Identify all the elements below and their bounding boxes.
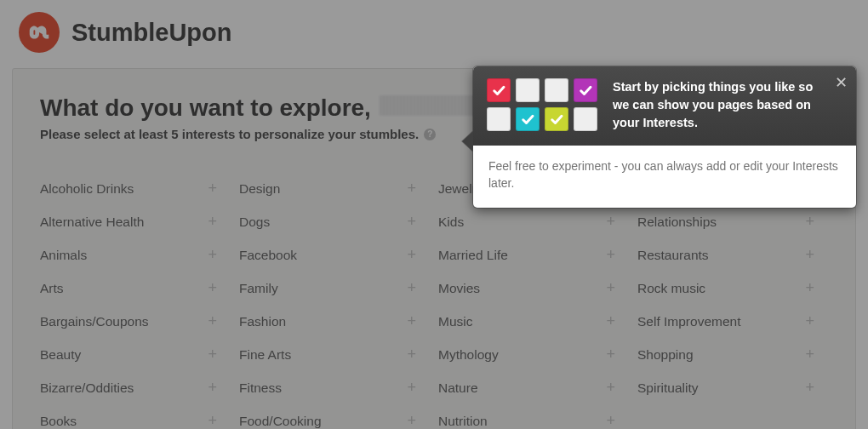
interest-label: Nutrition (438, 414, 488, 429)
plus-icon: + (805, 213, 814, 231)
popover-arrow-icon (462, 131, 473, 152)
plus-icon: + (208, 246, 217, 264)
interest-label: Books (40, 414, 77, 429)
interest-item[interactable]: Music+ (438, 305, 629, 338)
plus-icon: + (407, 246, 416, 264)
interest-item[interactable]: Books+ (40, 404, 231, 429)
plus-icon: + (805, 246, 814, 264)
popover-subtext: Feel free to experiment - you can always… (473, 146, 856, 208)
interest-item[interactable]: Beauty+ (40, 338, 231, 371)
interest-item[interactable]: Food/Cooking+ (239, 404, 430, 429)
interest-label: Shopping (637, 347, 694, 363)
interest-label: Dogs (239, 214, 270, 230)
interest-label: Restaurants (637, 248, 709, 263)
plus-icon: + (407, 312, 416, 330)
page: StumbleUpon What do you want to explore,… (0, 0, 868, 429)
sample-checkbox-icon (516, 107, 540, 131)
interest-item[interactable]: Kids+ (438, 205, 629, 238)
interest-item[interactable]: Spirituality+ (637, 371, 828, 404)
sample-checkbox-icon (545, 78, 568, 102)
interest-label: Fitness (239, 380, 282, 396)
interest-label: Arts (40, 281, 64, 296)
plus-icon: + (606, 279, 615, 297)
plus-icon: + (606, 412, 615, 429)
plus-icon: + (208, 180, 217, 197)
interest-item[interactable]: Fashion+ (239, 305, 430, 338)
interest-label: Mythology (438, 347, 499, 363)
interest-label: Kids (438, 214, 464, 230)
header: StumbleUpon (0, 0, 868, 68)
plus-icon: + (805, 279, 814, 297)
popover-headline: Start by picking things you like so we c… (613, 78, 822, 132)
plus-icon: + (407, 412, 416, 429)
plus-icon: + (208, 312, 217, 330)
interest-item[interactable]: Bargains/Coupons+ (40, 305, 231, 338)
plus-icon: + (208, 213, 217, 231)
interest-item[interactable]: Married Life+ (438, 238, 629, 272)
interest-label: Alternative Health (40, 214, 144, 230)
interest-item[interactable]: Shopping+ (637, 338, 828, 371)
interest-item[interactable]: Dogs+ (239, 205, 430, 238)
popover-header: Start by picking things you like so we c… (473, 66, 856, 146)
interest-label: Alcoholic Drinks (40, 181, 134, 197)
interest-item[interactable]: Nutrition+ (438, 404, 629, 429)
plus-icon: + (805, 312, 814, 330)
interest-label: Relationships (637, 214, 717, 230)
subheading-text: Please select at least 5 interests to pe… (40, 127, 419, 141)
interest-label: Fashion (239, 314, 286, 329)
interest-label: Beauty (40, 347, 81, 363)
interest-item[interactable]: Fine Arts+ (239, 338, 430, 371)
plus-icon: + (407, 279, 416, 297)
interest-item[interactable]: Relationships+ (637, 205, 828, 238)
interest-label: Music (438, 314, 472, 329)
plus-icon: + (606, 312, 615, 330)
interest-label: Food/Cooking (239, 414, 322, 429)
plus-icon: + (805, 379, 814, 397)
interest-item[interactable]: Alcoholic Drinks+ (40, 172, 231, 205)
interest-item[interactable]: Movies+ (438, 272, 629, 305)
interest-label: Family (239, 281, 278, 296)
close-icon: ✕ (835, 74, 848, 91)
interest-item[interactable]: Self Improvement+ (637, 305, 828, 338)
plus-icon: + (208, 412, 217, 429)
interest-label: Movies (438, 281, 480, 296)
interest-item[interactable]: Fitness+ (239, 371, 430, 404)
interest-item[interactable]: Arts+ (40, 272, 231, 305)
sample-checkbox-icon (574, 107, 597, 131)
sample-checkbox-icon (516, 78, 540, 102)
interest-item[interactable]: Animals+ (40, 238, 231, 272)
interest-grid: Alcoholic Drinks+Design+Jewelry+Quotes+A… (40, 172, 828, 429)
plus-icon: + (805, 346, 814, 363)
help-icon[interactable]: ? (424, 129, 436, 140)
interest-item[interactable]: Rock music+ (637, 272, 828, 305)
onboarding-popover: Start by picking things you like so we c… (473, 66, 856, 208)
interest-item[interactable]: Design+ (239, 172, 430, 205)
plus-icon: + (606, 379, 615, 397)
interest-label: Nature (438, 380, 478, 396)
sample-checkbox-icon (487, 78, 511, 102)
sample-checkbox-icon (487, 107, 511, 131)
plus-icon: + (208, 379, 217, 397)
interest-label: Spirituality (637, 380, 699, 396)
interest-item[interactable]: Mythology+ (438, 338, 629, 371)
interest-item[interactable]: Restaurants+ (637, 238, 828, 272)
interest-item[interactable]: Family+ (239, 272, 430, 305)
logo-icon (19, 12, 60, 53)
interest-label: Facebook (239, 248, 297, 263)
interest-label: Married Life (438, 248, 508, 263)
heading-text: What do you want to explore, (40, 94, 371, 122)
close-button[interactable]: ✕ (835, 73, 848, 92)
sample-checkbox-icon (574, 78, 597, 102)
interest-item[interactable]: Nature+ (438, 371, 629, 404)
interest-label: Animals (40, 248, 87, 263)
plus-icon: + (208, 279, 217, 297)
plus-icon: + (606, 246, 615, 264)
interest-item[interactable]: Bizarre/Oddities+ (40, 371, 231, 404)
plus-icon: + (407, 213, 416, 231)
interest-item[interactable]: Facebook+ (239, 238, 430, 272)
sample-checkbox-icon (545, 107, 568, 131)
checkbox-grid-icon (487, 78, 597, 131)
interest-label: Design (239, 181, 280, 197)
interest-label: Self Improvement (637, 314, 740, 329)
interest-item[interactable]: Alternative Health+ (40, 205, 231, 238)
